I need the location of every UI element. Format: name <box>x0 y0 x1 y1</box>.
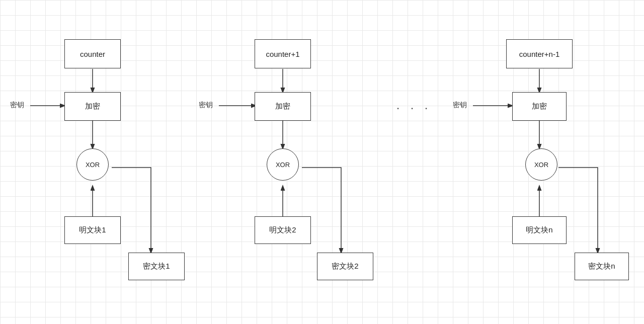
xor-circle-1: XOR <box>76 148 109 181</box>
xor-label-2: XOR <box>276 161 290 169</box>
plaintext-box-1: 明文块1 <box>64 216 121 244</box>
counter-label-3: counter+n-1 <box>519 50 559 58</box>
encrypt-box-3: 加密 <box>512 92 567 121</box>
key-label-2: 密钥 <box>199 101 213 110</box>
counter-box-1: counter <box>64 39 121 68</box>
ciphertext-label-3: 密文块n <box>588 262 615 271</box>
encrypt-box-1: 加密 <box>64 92 121 121</box>
xor-circle-2: XOR <box>267 148 299 181</box>
counter-box-2: counter+1 <box>255 39 311 68</box>
encrypt-label-3: 加密 <box>532 102 547 111</box>
ciphertext-box-3: 密文块n <box>575 253 629 280</box>
ciphertext-label-1: 密文块1 <box>143 262 170 271</box>
counter-label-2: counter+1 <box>266 50 299 58</box>
dots-separator: ．．． <box>392 98 435 113</box>
xor-circle-3: XOR <box>525 148 557 181</box>
xor-label-1: XOR <box>86 161 100 169</box>
key-label-3: 密钥 <box>453 101 467 110</box>
plaintext-label-2: 明文块2 <box>269 225 296 235</box>
counter-label-1: counter <box>80 50 105 58</box>
encrypt-box-2: 加密 <box>255 92 311 121</box>
ciphertext-box-1: 密文块1 <box>128 253 185 280</box>
ciphertext-label-2: 密文块2 <box>332 262 358 271</box>
counter-box-3: counter+n-1 <box>506 39 573 68</box>
encrypt-label-2: 加密 <box>275 102 290 111</box>
plaintext-box-2: 明文块2 <box>255 216 311 244</box>
plaintext-label-3: 明文块n <box>526 225 552 235</box>
xor-label-3: XOR <box>534 161 548 169</box>
key-label-1: 密钥 <box>10 101 24 110</box>
ciphertext-box-2: 密文块2 <box>317 253 373 280</box>
plaintext-box-3: 明文块n <box>512 216 567 244</box>
plaintext-label-1: 明文块1 <box>79 225 106 235</box>
encrypt-label-1: 加密 <box>85 102 100 111</box>
